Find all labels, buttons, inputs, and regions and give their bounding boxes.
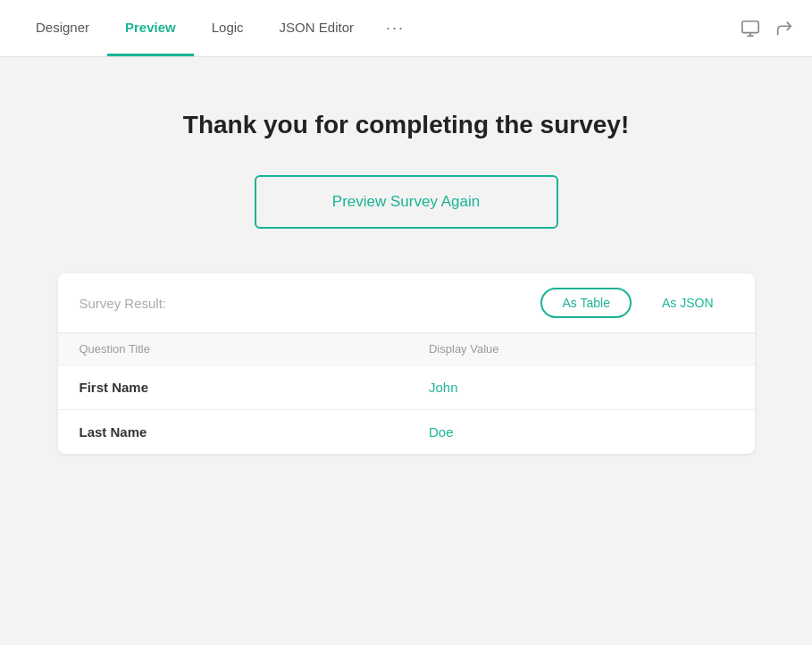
share-icon[interactable] — [774, 19, 794, 38]
monitor-icon[interactable] — [741, 19, 760, 38]
col-display-value: Display Value — [407, 333, 755, 365]
cell-question: First Name — [58, 365, 407, 410]
nav-tabs: Designer Preview Logic JSON Editor ··· — [18, 0, 419, 56]
more-menu-button[interactable]: ··· — [372, 0, 419, 56]
header: Designer Preview Logic JSON Editor ··· — [0, 0, 812, 57]
table-header-row: Question Title Display Value — [58, 333, 755, 365]
tab-json-editor[interactable]: JSON Editor — [262, 0, 372, 56]
result-panel: Survey Result: As Table As JSON Question… — [58, 273, 755, 454]
header-actions — [741, 19, 794, 38]
preview-again-button[interactable]: Preview Survey Again — [255, 175, 558, 229]
table-row: First NameJohn — [58, 365, 755, 410]
cell-question: Last Name — [58, 410, 407, 455]
cell-value: John — [407, 365, 755, 410]
col-question-title: Question Title — [58, 333, 407, 365]
tab-preview[interactable]: Preview — [107, 0, 194, 56]
view-as-table-button[interactable]: As Table — [540, 288, 631, 318]
svg-rect-0 — [742, 21, 758, 32]
result-table: Question Title Display Value First NameJ… — [58, 333, 755, 454]
tab-designer[interactable]: Designer — [18, 0, 107, 56]
table-row: Last NameDoe — [58, 410, 755, 455]
survey-complete-title: Thank you for completing the survey! — [183, 111, 629, 139]
cell-value: Doe — [407, 410, 755, 455]
result-label: Survey Result: — [80, 296, 167, 311]
tab-logic[interactable]: Logic — [194, 0, 262, 56]
main-content: Thank you for completing the survey! Pre… — [0, 57, 812, 490]
view-as-json-button[interactable]: As JSON — [642, 289, 733, 316]
result-header: Survey Result: As Table As JSON — [58, 273, 755, 333]
